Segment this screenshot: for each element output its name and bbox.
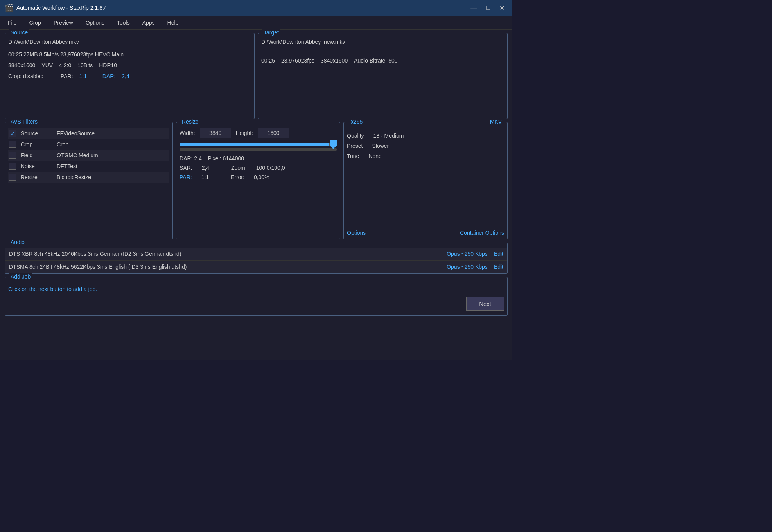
width-input[interactable] <box>200 128 231 138</box>
dar-val: 2,4 <box>194 155 201 162</box>
x265-preset-row: Preset Slower <box>347 143 504 149</box>
source-label: Source <box>9 29 29 36</box>
top-row: Source D:\Work\Downton Abbey.mkv 00:25 2… <box>5 33 508 119</box>
dar-label: DAR: <box>180 155 192 162</box>
par-val: 1:1 <box>201 174 209 180</box>
x265-tune-row: Tune None <box>347 153 504 159</box>
audio-codec-0[interactable]: Opus ~250 Kbps <box>447 251 488 257</box>
container-options-link[interactable]: Container Options <box>460 230 504 236</box>
sar-val: 2,4 <box>202 165 209 171</box>
source-info3: Crop: disabled PAR: 1:1 DAR: 2,4 <box>8 73 251 79</box>
menu-tools[interactable]: Tools <box>115 18 131 27</box>
preset-key: Preset <box>347 143 363 149</box>
avs-name-crop: Crop <box>21 141 52 147</box>
zoom-val: 100,0/100,0 <box>256 165 285 171</box>
next-button[interactable]: Next <box>466 297 504 311</box>
resize-label: Resize <box>180 119 200 125</box>
avs-checkbox-field[interactable] <box>9 152 16 159</box>
mkv-label: MKV <box>490 119 502 125</box>
title-bar-left: 🎬 Automatic Workflow - StaxRip 2.1.8.4 <box>5 4 107 12</box>
slider-track <box>180 143 337 146</box>
menu-help[interactable]: Help <box>166 18 180 27</box>
app-icon: 🎬 <box>5 4 13 12</box>
middle-row: AVS Filters Source FFVideoSource Crop Cr… <box>5 122 508 239</box>
title-bar: 🎬 Automatic Workflow - StaxRip 2.1.8.4 —… <box>0 0 512 16</box>
audio-row-1: DTSMA 8ch 24Bit 48kHz 5622Kbps 3ms Engli… <box>5 261 507 273</box>
slider-fill <box>180 143 329 146</box>
addjob-message: Click on the next button to add a job. <box>8 283 504 295</box>
slider-thumb[interactable] <box>330 140 337 149</box>
addjob-footer: Next <box>8 295 504 312</box>
x265-inner: Quality 18 - Medium Preset Slower Tune N… <box>347 128 504 236</box>
avs-val-source: FFVideoSource <box>57 130 95 137</box>
avs-row-field[interactable]: Field QTGMC Medium <box>8 150 169 161</box>
tune-val: None <box>368 153 381 159</box>
avs-name-resize: Resize <box>21 174 52 180</box>
menu-file[interactable]: File <box>6 18 18 27</box>
addjob-section: Add Job Click on the next button to add … <box>5 277 508 316</box>
tune-key: Tune <box>347 153 359 159</box>
source-info1: 00:25 27MB 8,5Mb/s 23,976023fps HEVC Mai… <box>8 51 251 58</box>
window-title: Automatic Workflow - StaxRip 2.1.8.4 <box>16 5 107 11</box>
options-link[interactable]: Options <box>347 230 366 236</box>
avs-checkbox-noise[interactable] <box>9 163 16 170</box>
audio-edit-1[interactable]: Edit <box>494 264 503 270</box>
close-button[interactable]: ✕ <box>496 4 508 13</box>
audio-info-1: DTSMA 8ch 24Bit 48kHz 5622Kbps 3ms Engli… <box>9 264 447 270</box>
audio-edit-0[interactable]: Edit <box>494 251 503 257</box>
avs-name-field: Field <box>21 152 52 158</box>
avs-checkbox-source[interactable] <box>9 130 16 137</box>
avs-label: AVS Filters <box>9 119 39 125</box>
menu-apps[interactable]: Apps <box>141 18 156 27</box>
x265-quality-row: Quality 18 - Medium <box>347 133 504 139</box>
avs-row-source[interactable]: Source FFVideoSource <box>8 128 169 139</box>
pixel-label: Pixel: <box>208 155 221 162</box>
menu-crop[interactable]: Crop <box>28 18 43 27</box>
quality-key: Quality <box>347 133 364 139</box>
menu-preview[interactable]: Preview <box>52 18 75 27</box>
maximize-button[interactable]: □ <box>483 4 493 13</box>
audio-codec-1[interactable]: Opus ~250 Kbps <box>447 264 488 270</box>
error-label: Error: <box>231 174 244 180</box>
resize-stats3: PAR: 1:1 Error: 0,00% <box>180 174 337 180</box>
menu-bar: File Crop Preview Options Tools Apps Hel… <box>0 16 512 30</box>
audio-actions-0: Opus ~250 Kbps Edit <box>447 251 503 257</box>
par-label: PAR: <box>180 174 192 180</box>
resize-dimensions-row: Width: Height: <box>180 128 337 138</box>
avs-panel: AVS Filters Source FFVideoSource Crop Cr… <box>5 122 173 239</box>
minimize-button[interactable]: — <box>467 4 480 13</box>
avs-checkbox-resize[interactable] <box>9 174 16 181</box>
height-input[interactable] <box>258 128 289 138</box>
avs-row-resize[interactable]: Resize BicubicResize <box>8 172 169 183</box>
target-label: Target <box>262 29 280 36</box>
x265-rows: Quality 18 - Medium Preset Slower Tune N… <box>347 129 504 198</box>
title-bar-controls: — □ ✕ <box>467 4 508 13</box>
addjob-panel: Add Job Click on the next button to add … <box>5 277 508 316</box>
audio-section: Audio DTS XBR 8ch 48kHz 2046Kbps 3ms Ger… <box>5 243 508 274</box>
quality-val: 18 - Medium <box>373 133 404 139</box>
avs-row-crop[interactable]: Crop Crop <box>8 139 169 150</box>
avs-row-noise[interactable]: Noise DFTTest <box>8 161 169 172</box>
avs-filter-list: Source FFVideoSource Crop Crop Field QTG… <box>8 128 169 183</box>
x265-label: x265 <box>349 119 364 125</box>
menu-options[interactable]: Options <box>84 18 106 27</box>
sar-label: SAR: <box>180 165 192 171</box>
resize-stats: DAR: 2,4 Pixel: 6144000 <box>180 155 337 162</box>
avs-checkbox-crop[interactable] <box>9 141 16 148</box>
dar-stat: DAR: 2,4 Pixel: 6144000 <box>180 155 244 162</box>
preset-val: Slower <box>372 143 389 149</box>
x265-options-row: Options Container Options <box>347 198 504 236</box>
resize-stats2: SAR: 2,4 Zoom: 100,0/100,0 <box>180 165 337 171</box>
avs-val-noise: DFTTest <box>57 163 77 169</box>
zoom-label: Zoom: <box>231 165 247 171</box>
x265-panel: x265 MKV Quality 18 - Medium Preset Slow… <box>343 122 508 239</box>
height-label: Height: <box>236 130 253 136</box>
avs-val-crop: Crop <box>57 141 68 147</box>
addjob-label: Add Job <box>9 273 32 280</box>
source-panel: Source D:\Work\Downton Abbey.mkv 00:25 2… <box>5 33 255 119</box>
main-content: Source D:\Work\Downton Abbey.mkv 00:25 2… <box>0 30 512 360</box>
pixel-val: 6144000 <box>223 155 244 162</box>
target-info1: 00:25 23,976023fps 3840x1600 Audio Bitra… <box>261 58 504 64</box>
error-val: 0,00% <box>254 174 269 180</box>
source-path: D:\Work\Downton Abbey.mkv <box>8 39 251 45</box>
